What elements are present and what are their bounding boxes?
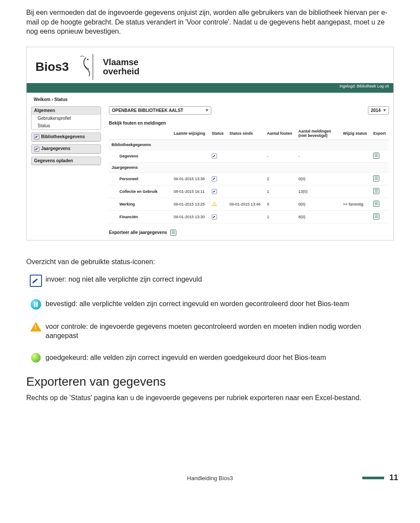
sidebar-item-gebruikersprofiel[interactable]: Gebruikersprofiel <box>32 115 101 122</box>
export-button[interactable] <box>371 172 389 185</box>
col-aantal-meldingen: Aantal meldingen (niet bevestigd) <box>296 127 340 140</box>
approved-icon <box>31 353 41 363</box>
export-all-link[interactable]: Exporteer alle jaargegevens <box>109 230 389 236</box>
legend-bevestigd: bevestigd: alle verplichte velden zijn c… <box>46 299 394 309</box>
document-icon <box>373 153 379 159</box>
warning-icon <box>30 322 42 331</box>
vlaamse-overheid-logo: Vlaamse overheid <box>77 54 139 80</box>
document-icon <box>373 201 379 207</box>
pencil-icon <box>34 146 39 152</box>
table-row: Collectie en Gebruik 08-01-2015 16:11 1 … <box>109 185 389 198</box>
export-heading: Exporteren van gegevens <box>26 375 394 389</box>
page-number: 11 <box>389 473 398 482</box>
document-icon <box>373 175 379 181</box>
chevron-down-icon <box>383 109 386 112</box>
lion-icon <box>77 53 105 81</box>
export-text: Rechts op de 'Status' pagina kan u de in… <box>26 393 394 403</box>
document-icon <box>373 188 379 194</box>
section-jaargegevens: Jaargegevens <box>109 162 389 172</box>
document-icon <box>170 230 176 236</box>
org-line1: Vlaamse <box>103 58 139 67</box>
login-status[interactable]: Ingelogd: Bibliotheek Log uit <box>340 84 389 88</box>
pencil-icon <box>34 134 39 139</box>
topbar: Ingelogd: Bibliotheek Log uit <box>27 83 393 93</box>
breadcrumb[interactable]: Welkom › Status <box>27 93 393 106</box>
app-name: Bios3 <box>35 60 69 74</box>
org-line2: overheid <box>103 67 139 76</box>
pencil-icon <box>212 214 217 220</box>
library-name: OPENBARE BIBLIOTHEEK AALST <box>112 108 183 113</box>
legend-invoer: invoer: nog niet alle verplichte zijn co… <box>46 275 394 284</box>
pencil-icon <box>212 189 217 194</box>
page-number-tab: 11 <box>362 470 402 486</box>
intro-text: Bij een vermoeden dat de ingevoerde gege… <box>26 8 394 36</box>
warning-icon <box>212 202 217 206</box>
col-aantal-fouten: Aantal fouten <box>264 127 296 140</box>
col-status: Status <box>209 127 227 140</box>
export-button[interactable] <box>371 185 389 198</box>
footer-text: Handleiding Bios3 <box>26 475 394 481</box>
export-button[interactable] <box>371 210 389 223</box>
app-screenshot: Bios3 Vlaamse overheid Ingelogd: Bibliot… <box>26 47 394 241</box>
table-row: Personeel 09-01-2015 13:38 2 0(0) <box>109 172 389 185</box>
col-status-sinds: Status sinds <box>227 127 265 140</box>
sidebar: Algemeen Gebruikersprofiel Status Biblio… <box>31 106 101 236</box>
export-button[interactable] <box>371 198 389 210</box>
edit-icon <box>30 275 42 287</box>
sidebar-item-gegevens-opladen[interactable]: Gegevens opladen <box>32 157 101 165</box>
link-fouten-meldingen[interactable]: Bekijk fouten en meldingen <box>109 121 389 126</box>
pencil-icon <box>212 176 217 181</box>
library-select[interactable]: OPENBARE BIBLIOTHEEK AALST <box>109 106 211 115</box>
section-bibliotheekgegevens: Bibliotheekgegevens <box>109 139 389 150</box>
col-laatste-wijziging: Laatste wijziging <box>171 127 209 140</box>
sidebar-head-algemeen: Algemeen <box>32 107 101 115</box>
bevestig-link[interactable]: >> bevestig <box>340 198 371 210</box>
sidebar-item-status[interactable]: Status <box>32 122 101 129</box>
page-bar <box>362 477 384 479</box>
pencil-icon <box>212 153 217 159</box>
table-row: Financiën 09-01-2015 13:30 1 8(0) <box>109 210 389 223</box>
col-export: Export <box>371 127 389 140</box>
status-icons-title: Overzicht van de gebruikte status-iconen… <box>26 258 394 266</box>
legend-controle: voor controle: de ingevoerde gegevens mo… <box>46 322 394 341</box>
sidebar-item-jaargegevens[interactable]: Jaargegevens <box>32 145 101 153</box>
document-icon <box>373 213 379 220</box>
col-wijzig-status: Wijzig status <box>340 127 371 140</box>
pause-icon <box>31 299 41 310</box>
year-select[interactable]: 2014 <box>368 106 389 115</box>
export-button[interactable] <box>371 150 389 162</box>
status-table: Laatste wijziging Status Status sinds Aa… <box>109 127 389 223</box>
legend-goedgekeurd: goedgekeurd: alle velden zijn correct in… <box>46 353 394 363</box>
svg-point-1 <box>87 59 88 60</box>
chevron-down-icon <box>206 109 208 112</box>
sidebar-item-bibliotheekgegevens[interactable]: Bibliotheekgegevens <box>32 133 101 141</box>
table-row: Werking 09-01-2015 13:25 09-01-2015 13:4… <box>109 198 389 210</box>
table-row: Gegevens - - <box>109 150 389 162</box>
